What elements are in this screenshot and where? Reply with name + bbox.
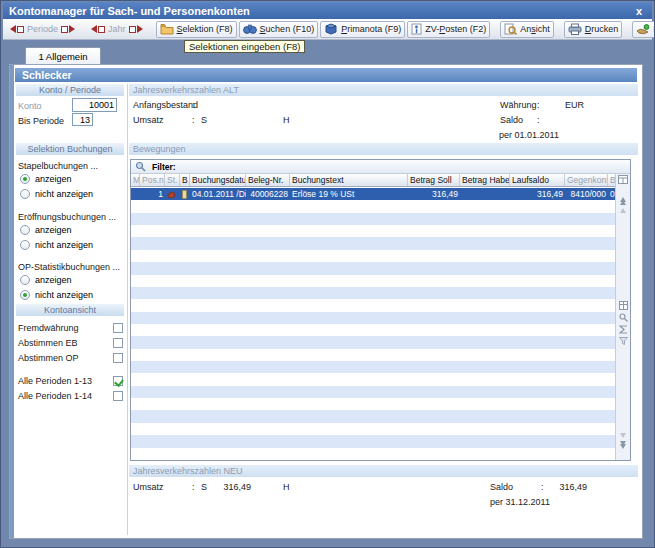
radio-icon[interactable] [20, 225, 30, 235]
table-row[interactable] [131, 287, 615, 299]
binoculars-icon [243, 23, 257, 35]
scroll-up-button[interactable] [620, 208, 626, 213]
col-header-beleg-nr[interactable]: Beleg-Nr. [246, 174, 290, 186]
radio-icon[interactable] [20, 290, 30, 300]
cell-buchungstext: Erlöse 19 % USt [290, 188, 408, 200]
table-row[interactable] [131, 312, 615, 324]
extras-button[interactable]: Extras [632, 21, 655, 38]
scroll-last-button[interactable] [620, 449, 626, 459]
col-header-gegenkonto[interactable]: Gegenkonto [565, 174, 608, 186]
umsatz-alt-haben-flag: H [283, 115, 290, 125]
table-row[interactable] [131, 410, 615, 422]
zv-posten-button[interactable]: ZV-Posten (F2) [407, 21, 490, 38]
radio-stapel-nicht-anzeigen[interactable]: nicht anzeigen [20, 189, 93, 199]
table-row[interactable] [131, 435, 615, 447]
grid-nav-strip [615, 174, 630, 460]
col-header-posnr[interactable]: Pos.nr [140, 174, 165, 186]
account-title-bar: Schlecker [15, 68, 637, 82]
table-row[interactable] [131, 398, 615, 410]
table-row[interactable] [131, 324, 615, 336]
suchen-button[interactable]: Suchen (F10) [239, 21, 319, 38]
col-header-b[interactable]: B [180, 174, 190, 186]
workspace: Selektionen eingeben (F8) 1 Allgemein Sc… [4, 41, 651, 541]
checkbox-icon[interactable] [113, 391, 123, 401]
bis-periode-input[interactable] [72, 113, 93, 126]
cell-betrag-soll: 316,49 [408, 188, 460, 200]
table-row[interactable] [131, 262, 615, 274]
checkbox-icon[interactable] [113, 323, 123, 333]
table-row[interactable] [131, 361, 615, 373]
col-header-laufsaldo[interactable]: Laufsaldo [510, 174, 565, 186]
jahr-nav: Jahr [88, 23, 146, 35]
radio-icon[interactable] [20, 189, 30, 199]
table-row[interactable] [131, 213, 615, 225]
jahr-prev-button[interactable] [90, 24, 106, 34]
checkbox-icon[interactable] [113, 353, 123, 363]
radio-icon[interactable] [20, 174, 30, 184]
scroll-down-button[interactable] [620, 433, 626, 438]
column-chooser-icon[interactable] [618, 175, 628, 184]
table-row[interactable] [131, 225, 615, 237]
checkbox-row-abstimmen-op: Abstimmen OP [18, 353, 123, 363]
col-header-m[interactable]: M [131, 174, 140, 186]
ansicht-button[interactable]: Ansicht [500, 21, 554, 38]
col-header-betrag-soll[interactable]: Betrag Soll [408, 174, 460, 186]
jahr-next-button[interactable] [128, 24, 144, 34]
primanota-button[interactable]: Primanota (F9) [320, 21, 405, 38]
umsatz-neu-label: Umsatz [133, 482, 164, 492]
period-box-icon [17, 26, 24, 33]
table-row[interactable] [131, 237, 615, 249]
periode-next-button[interactable] [60, 24, 76, 34]
table-row-selected[interactable]: 1 04.01.2011 /Di 40006228 Erlöse 19 % US… [131, 188, 615, 200]
grid-empty-rows: 1 04.01.2011 /Di 40006228 Erlöse 19 % US… [131, 188, 615, 460]
col-header-buchungsdatum[interactable]: Buchungsdatum [190, 174, 246, 186]
close-button[interactable]: x [632, 5, 646, 17]
checkbox-icon[interactable] [113, 376, 123, 386]
saldo-alt-label: Saldo [500, 115, 523, 125]
drucken-button[interactable]: Drucken [564, 21, 623, 38]
colon: : [192, 100, 195, 110]
table-row[interactable] [131, 386, 615, 398]
konto-input[interactable] [72, 98, 117, 112]
checkbox-row-alle-perioden-13: Alle Perioden 1-13 [18, 376, 123, 386]
grid-view-icon[interactable] [619, 301, 628, 310]
table-row[interactable] [131, 349, 615, 361]
col-header-buchungstext[interactable]: Buchungstext [290, 174, 408, 186]
radio-op-anzeigen[interactable]: anzeigen [20, 275, 72, 285]
note-icon [182, 190, 187, 199]
radio-icon[interactable] [20, 275, 30, 285]
table-row[interactable] [131, 336, 615, 348]
splitter-bar[interactable] [10, 65, 14, 538]
table-row[interactable] [131, 299, 615, 311]
radio-op-nicht-anzeigen[interactable]: nicht anzeigen [20, 290, 93, 300]
col-header-betrag-haben[interactable]: Betrag Haben [460, 174, 510, 186]
table-row[interactable] [131, 275, 615, 287]
radio-stapel-anzeigen[interactable]: anzeigen [20, 174, 72, 184]
tab-allgemein[interactable]: 1 Allgemein [25, 47, 101, 64]
umsatz-alt-soll-flag: S [201, 115, 207, 125]
col-header-st[interactable]: St. [165, 174, 180, 186]
grid-filter-row[interactable]: Filter: [131, 160, 630, 174]
table-row[interactable] [131, 250, 615, 262]
checkbox-icon[interactable] [113, 338, 123, 348]
selektion-button[interactable]: Selektion (F8) [156, 21, 237, 38]
filter-funnel-icon[interactable] [619, 337, 628, 345]
scroll-page-up-button[interactable] [620, 200, 626, 205]
arrow-left-icon [91, 25, 97, 33]
table-row[interactable] [131, 373, 615, 385]
scroll-first-button[interactable] [620, 187, 626, 197]
table-row[interactable] [131, 423, 615, 435]
sum-icon[interactable] [619, 325, 628, 334]
search-icon[interactable] [619, 313, 628, 322]
table-row[interactable] [131, 200, 615, 212]
per-date-neu: per 31.12.2011 [490, 497, 550, 507]
radio-eroeffnung-nicht-anzeigen[interactable]: nicht anzeigen [20, 240, 93, 250]
arrow-right-icon [69, 25, 75, 33]
periode-prev-button[interactable] [9, 24, 25, 34]
main-panel: Jahresverkehrszahlen ALT Anfangsbestand … [129, 84, 638, 535]
folder-icon [160, 23, 174, 35]
cell-betrag-haben [460, 188, 510, 200]
radio-eroeffnung-anzeigen[interactable]: anzeigen [20, 225, 72, 235]
table-row[interactable] [131, 448, 615, 460]
radio-icon[interactable] [20, 240, 30, 250]
